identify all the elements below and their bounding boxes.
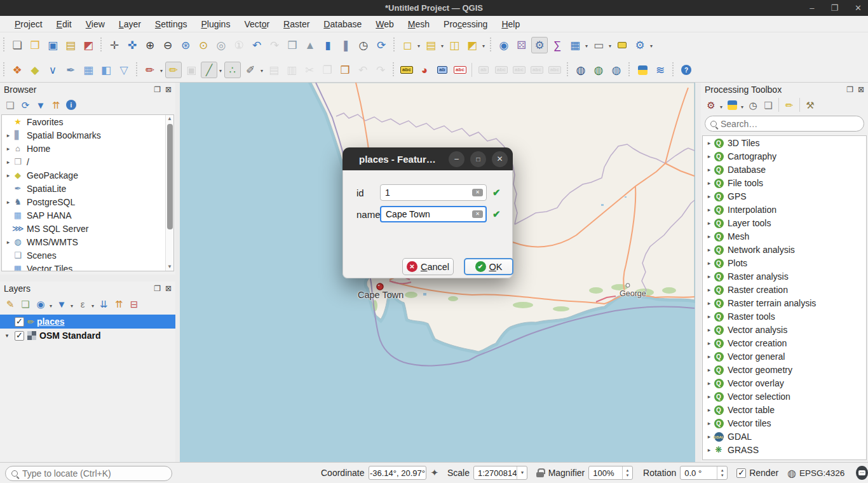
id-field[interactable] xyxy=(380,184,487,201)
menu-project[interactable]: Project xyxy=(8,17,50,31)
expand-arrow-icon[interactable]: ▸ xyxy=(705,273,713,280)
temporal-controller-icon[interactable]: ◷ xyxy=(355,37,372,53)
refresh-map-icon[interactable]: ⟳ xyxy=(373,37,390,53)
right-splitter[interactable] xyxy=(695,83,701,462)
expand-arrow-icon[interactable]: ▸ xyxy=(4,239,12,245)
add-selected-layers-icon[interactable]: ❏ xyxy=(3,98,17,112)
toolbar-grip[interactable] xyxy=(391,62,397,78)
dropdown-arrow-icon[interactable]: ▾ xyxy=(261,68,263,74)
browser-close-icon[interactable]: ⊠ xyxy=(165,85,172,94)
expand-arrow-icon[interactable]: ▸ xyxy=(705,327,713,333)
toolbar-grip[interactable] xyxy=(98,37,104,53)
toolbar-grip[interactable] xyxy=(134,62,140,78)
dropdown-arrow-icon[interactable]: ▾ xyxy=(741,104,743,110)
expand-arrow-icon[interactable]: ▸ xyxy=(705,433,713,440)
manage-map-themes-icon[interactable]: ◉▾ xyxy=(34,297,48,311)
processing-group-vector-tiles[interactable]: ▸QVector tiles xyxy=(703,416,866,430)
processing-float-icon[interactable]: ❐ xyxy=(846,85,853,94)
zoom-last-icon[interactable]: ↶ xyxy=(248,37,265,53)
python-console-icon[interactable] xyxy=(634,62,651,78)
show-spatial-bookmarks-icon[interactable]: ❚ xyxy=(337,37,354,53)
dropdown-arrow-icon[interactable]: ▾ xyxy=(441,43,444,49)
history-icon[interactable]: ◷ xyxy=(746,98,760,112)
scale-combo[interactable]: 1:2700814 ▾ xyxy=(473,466,527,480)
refresh-browser-icon[interactable]: ⟳ xyxy=(18,98,32,112)
identify-features-icon[interactable]: ◉ xyxy=(496,37,512,53)
toolbar-grip[interactable] xyxy=(1,37,7,53)
new-mesh-layer-icon[interactable]: ◧ xyxy=(98,62,114,78)
menu-plugins[interactable]: Plugins xyxy=(194,17,237,31)
pan-to-selection-icon[interactable]: ✜ xyxy=(124,37,140,53)
scroll-up-icon[interactable]: ▲ xyxy=(166,115,173,123)
layers-float-icon[interactable]: ❐ xyxy=(154,284,161,293)
processing-group-vector-table[interactable]: ▸QVector table xyxy=(703,403,866,416)
menu-raster[interactable]: Raster xyxy=(276,17,316,31)
processing-group-raster-creation[interactable]: ▸QRaster creation xyxy=(703,283,866,296)
expand-arrow-icon[interactable]: ▸ xyxy=(705,367,713,373)
expand-arrow-icon[interactable]: ▸ xyxy=(4,172,12,179)
zoom-full-icon[interactable]: ⊛ xyxy=(177,37,194,53)
ok-button[interactable]: ✔ OK xyxy=(464,258,513,275)
dropdown-arrow-icon[interactable]: ▾ xyxy=(482,43,485,49)
expand-arrow-icon[interactable]: ▸ xyxy=(705,353,713,360)
deselect-features-icon[interactable]: ◫ xyxy=(446,37,463,53)
new-3d-map-view-icon[interactable]: ▲ xyxy=(302,37,318,53)
new-project-icon[interactable]: ❏ xyxy=(9,37,25,53)
messages-icon[interactable]: ⋯ xyxy=(856,466,868,480)
rotation-spin[interactable]: 0.0 ° ▲▼ xyxy=(680,466,728,480)
menu-help[interactable]: Help xyxy=(494,17,527,31)
horizontal-splitter[interactable] xyxy=(0,275,175,282)
vertex-tool-icon[interactable]: ✐▾ xyxy=(242,62,259,78)
coordinate-value[interactable]: -36.14°, 20.97° xyxy=(369,466,427,480)
browser-item-geopackage[interactable]: ▸◆GeoPackage xyxy=(2,168,173,182)
filter-by-expression-icon[interactable]: ε▾ xyxy=(76,297,90,311)
window-restore-icon[interactable]: ❐ xyxy=(831,4,838,12)
data-source-manager-icon[interactable]: ❖ xyxy=(9,62,25,78)
spin-arrows-icon[interactable]: ▲▼ xyxy=(717,466,727,479)
dialog-close-icon[interactable]: ✕ xyxy=(492,151,508,167)
browser-item-spatial-bookmarks[interactable]: ▸▋Spatial Bookmarks xyxy=(2,128,173,142)
add-group-icon[interactable]: ❏ xyxy=(18,297,32,311)
processing-toolbox-icon[interactable]: ⚙ xyxy=(531,37,548,53)
toolbar-grip[interactable] xyxy=(1,62,7,78)
browser-item-postgresql[interactable]: ▸♞PostgreSQL xyxy=(2,195,173,208)
expand-arrow-icon[interactable]: ▸ xyxy=(705,247,713,253)
menu-edit[interactable]: Edit xyxy=(50,17,79,31)
digitize-with-segment-icon[interactable]: ╱▾ xyxy=(201,62,217,78)
expand-arrow-icon[interactable]: ▸ xyxy=(705,180,713,186)
map-canvas[interactable]: Cape Town George places - Featur… – □ ✕ … xyxy=(180,83,695,462)
zoom-in-icon[interactable]: ⊕ xyxy=(142,37,158,53)
select-by-location-icon[interactable]: ◩▾ xyxy=(464,37,480,53)
expand-arrow-icon[interactable]: ▸ xyxy=(705,207,713,213)
processing-group-file-tools[interactable]: ▸QFile tools xyxy=(703,176,866,189)
processing-group-mesh[interactable]: ▸QMesh xyxy=(703,229,866,243)
expand-arrow-icon[interactable]: ▸ xyxy=(705,340,713,346)
processing-close-icon[interactable]: ⊠ xyxy=(858,85,864,94)
browser-item-home[interactable]: ▸⌂Home xyxy=(2,142,173,155)
expand-arrow-icon[interactable]: ▸ xyxy=(705,233,713,240)
paste-features-icon[interactable]: ❒ xyxy=(337,62,353,78)
expand-arrow-icon[interactable]: ▸ xyxy=(705,380,713,386)
processing-group-cartography[interactable]: ▸QCartography xyxy=(703,149,866,163)
menu-database[interactable]: Database xyxy=(316,17,369,31)
layer-labeling-icon[interactable]: abc xyxy=(398,62,415,78)
expand-arrow-icon[interactable]: ▸ xyxy=(705,393,713,400)
results-viewer-icon[interactable]: ❏ xyxy=(761,98,775,112)
dropdown-arrow-icon[interactable]: ▾ xyxy=(609,43,611,49)
processing-group-database[interactable]: ▸QDatabase xyxy=(703,163,866,176)
spin-arrows-icon[interactable]: ▲▼ xyxy=(622,466,632,479)
new-shapefile-icon[interactable]: ∨ xyxy=(44,62,61,78)
render-checkbox[interactable] xyxy=(736,468,746,478)
run-feature-action-icon[interactable]: ⚙▾ xyxy=(632,37,648,53)
processing-options-icon[interactable]: ⚒ xyxy=(803,98,817,112)
pan-map-icon[interactable]: ✛ xyxy=(106,37,123,53)
open-layer-styling-icon[interactable]: ✎ xyxy=(3,297,17,311)
window-minimize-icon[interactable]: – xyxy=(810,4,814,12)
map-tips-icon[interactable] xyxy=(614,37,630,53)
processing-group-3d-tiles[interactable]: ▸Q3D Tiles xyxy=(703,136,866,149)
dialog-minimize-icon[interactable]: – xyxy=(449,151,465,167)
current-edits-icon[interactable]: ✏▾ xyxy=(142,62,158,78)
toolbar-grip[interactable] xyxy=(565,62,571,78)
expand-arrow-icon[interactable]: ▾ xyxy=(3,332,11,339)
processing-group-gps[interactable]: ▸QGPS xyxy=(703,189,866,203)
